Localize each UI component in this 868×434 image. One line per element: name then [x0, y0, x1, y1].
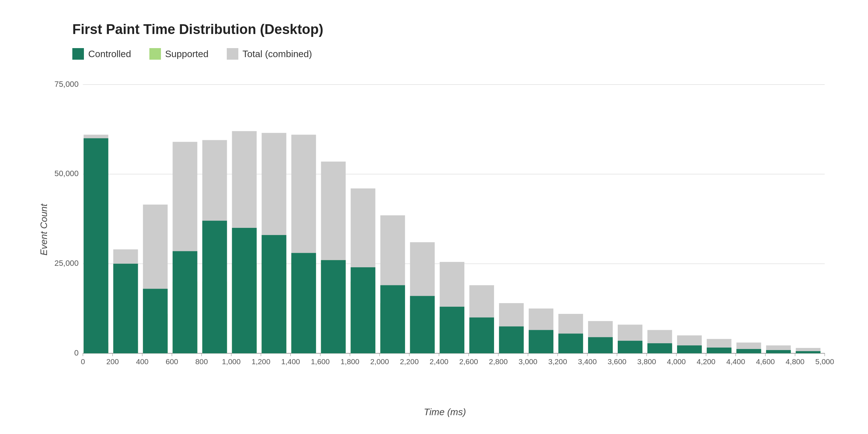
svg-text:1,200: 1,200	[251, 357, 270, 366]
svg-rect-71	[677, 345, 702, 353]
svg-text:3,200: 3,200	[548, 357, 567, 366]
svg-rect-32	[291, 253, 316, 353]
svg-rect-26	[232, 228, 256, 353]
legend-item-controlled: Controlled	[72, 48, 131, 60]
svg-rect-29	[261, 235, 286, 353]
svg-text:3,600: 3,600	[608, 357, 626, 366]
svg-rect-20	[173, 251, 197, 353]
svg-text:25,000: 25,000	[55, 259, 79, 268]
svg-text:3,000: 3,000	[519, 357, 537, 366]
svg-text:2,400: 2,400	[430, 357, 448, 366]
svg-rect-41	[380, 285, 405, 353]
svg-text:2,800: 2,800	[489, 357, 508, 366]
svg-rect-44	[410, 296, 435, 353]
legend-swatch-controlled	[72, 48, 84, 60]
svg-text:0: 0	[81, 357, 85, 366]
svg-text:1,800: 1,800	[341, 357, 359, 366]
svg-rect-11	[84, 138, 108, 353]
svg-text:4,600: 4,600	[756, 357, 775, 366]
svg-text:0: 0	[74, 348, 78, 357]
svg-text:4,400: 4,400	[726, 357, 745, 366]
x-axis-label: Time (ms)	[424, 407, 466, 418]
chart-area: Event Count Time (ms) 025,00050,00075,00…	[51, 74, 839, 385]
svg-rect-50	[469, 318, 494, 353]
svg-rect-53	[499, 327, 524, 353]
legend-swatch-supported	[149, 48, 161, 60]
chart-title: First Paint Time Distribution (Desktop)	[72, 22, 839, 37]
y-axis-label: Event Count	[38, 204, 50, 255]
svg-rect-59	[558, 333, 583, 353]
legend-label-supported: Supported	[165, 48, 209, 60]
chart-legend: Controlled Supported Total (combined)	[72, 48, 839, 60]
svg-text:50,000: 50,000	[55, 169, 79, 178]
legend-swatch-total	[227, 48, 238, 60]
svg-rect-68	[647, 343, 672, 353]
svg-rect-35	[321, 260, 346, 353]
svg-text:1,000: 1,000	[222, 357, 241, 366]
svg-text:2,200: 2,200	[400, 357, 419, 366]
svg-rect-17	[143, 289, 167, 353]
legend-label-total: Total (combined)	[243, 48, 312, 60]
svg-text:1,600: 1,600	[311, 357, 330, 366]
svg-rect-23	[202, 221, 227, 353]
svg-text:4,200: 4,200	[697, 357, 715, 366]
svg-rect-56	[529, 330, 553, 353]
chart-container: First Paint Time Distribution (Desktop) …	[0, 0, 868, 434]
svg-text:4,800: 4,800	[786, 357, 804, 366]
svg-text:600: 600	[166, 357, 178, 366]
svg-text:75,000: 75,000	[55, 80, 79, 89]
svg-rect-74	[707, 348, 731, 353]
svg-text:4,000: 4,000	[667, 357, 686, 366]
svg-rect-83	[796, 351, 820, 353]
svg-text:2,000: 2,000	[370, 357, 389, 366]
svg-rect-62	[588, 337, 613, 353]
svg-text:3,800: 3,800	[637, 357, 656, 366]
svg-rect-77	[736, 349, 761, 353]
svg-text:5,000: 5,000	[815, 357, 834, 366]
svg-text:2,600: 2,600	[459, 357, 478, 366]
svg-text:400: 400	[136, 357, 149, 366]
legend-item-total: Total (combined)	[227, 48, 312, 60]
svg-rect-65	[618, 341, 642, 353]
svg-rect-38	[351, 267, 375, 353]
svg-text:1,400: 1,400	[281, 357, 300, 366]
svg-rect-80	[766, 350, 791, 353]
legend-label-controlled: Controlled	[88, 48, 131, 60]
svg-text:200: 200	[106, 357, 119, 366]
svg-text:800: 800	[195, 357, 208, 366]
svg-rect-47	[440, 307, 464, 353]
svg-text:3,400: 3,400	[578, 357, 597, 366]
svg-rect-14	[113, 264, 138, 353]
chart-svg: 025,00050,00075,00002004006008001,0001,2…	[51, 74, 839, 385]
legend-item-supported: Supported	[149, 48, 209, 60]
